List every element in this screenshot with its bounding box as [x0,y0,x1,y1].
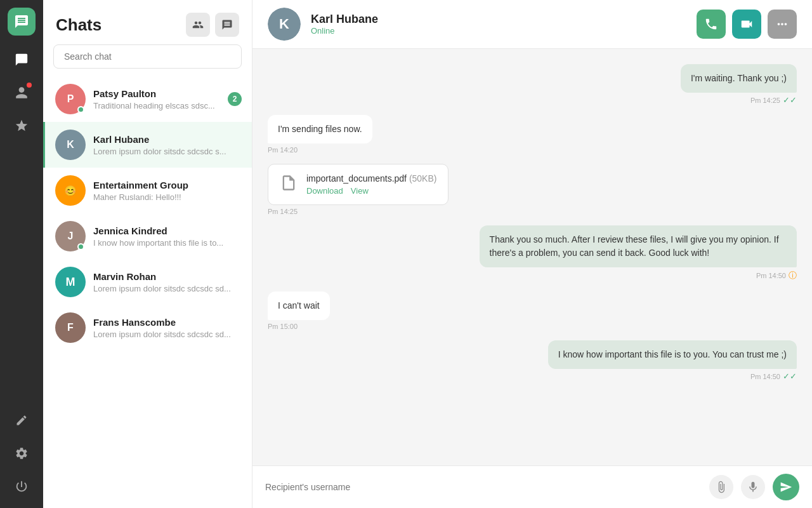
contact-name: Jennica Kindred [93,225,242,236]
contact-info: Entertainment Group Maher Ruslandi: Hell… [93,180,242,202]
message-row: Thank you so much. After I review these … [268,225,797,281]
file-name: important_documents.pdf (50KB) [306,173,436,184]
contact-preview: Lorem ipsum dolor sitsdc sdcsdc sd... [93,284,242,293]
chat-list-panel: Chats P [43,0,252,508]
view-link[interactable]: View [351,186,369,196]
sidebar-item-settings[interactable] [8,439,36,467]
contact-name: Frans Hanscombe [93,317,242,328]
unread-badge: 2 [228,92,242,106]
contact-name: Marvin Rohan [93,271,242,282]
sidebar-item-contacts[interactable] [8,79,36,107]
message-text: I know how important this file is to you… [558,349,787,359]
message-bubble: I'm waiting. Thank you ;) [681,64,797,93]
avatar-wrap: F [55,312,86,343]
avatar-wrap: 😊 [55,175,86,206]
contact-preview: Lorem ipsum dolor sitsdc sdcsdc sd... [93,330,242,339]
message-time: Pm 15:00 [268,323,298,330]
message-time: Pm 14:50 ⓘ [756,270,797,281]
avatar: K [55,130,86,160]
app-logo [8,8,36,36]
sidebar-item-chat[interactable] [8,46,36,74]
mic-button[interactable] [741,475,765,499]
search-box [53,44,242,69]
contact-preview: Lorem ipsum dolor sitsdc sdcsdc s... [93,147,242,156]
contact-name: Patsy Paulton [93,88,220,99]
message-row: I can't wait Pm 15:00 [268,291,797,330]
message-time: Pm 14:25 [268,208,298,215]
message-text: Thank you so much. After I review these … [490,234,779,258]
sidebar-item-logout[interactable] [8,472,36,500]
chat-header-info: Karl Hubane Online [311,13,686,36]
sidebar-nav [0,0,43,508]
avatar: M [55,267,86,297]
contact-info: Karl Hubane Lorem ipsum dolor sitsdc sdc… [93,134,242,156]
message-time: Pm 14:20 [268,146,298,154]
online-indicator [77,106,84,113]
chat-header: K Karl Hubane Online [252,0,812,49]
message-input-area [252,465,812,508]
chat-main: K Karl Hubane Online [252,0,812,508]
message-bubble: I know how important this file is to you… [548,340,797,369]
message-bubble: I can't wait [268,291,330,320]
message-row: I'm waiting. Thank you ;) Pm 14:25 ✓✓ [268,64,797,105]
group-button[interactable] [186,13,210,37]
contact-item-entertainment[interactable]: 😊 Entertainment Group Maher Ruslandi: He… [43,168,252,213]
contact-item-patsy[interactable]: P Patsy Paulton Traditional heading elsc… [43,76,252,122]
chat-header-name: Karl Hubane [311,13,686,26]
message-input[interactable] [265,482,702,492]
contact-preview: I know how important this file is to... [93,238,242,248]
file-actions: Download View [306,186,436,196]
avatar-wrap: M [55,267,86,297]
contact-preview: Maher Ruslandi: Hello!!! [93,192,242,202]
video-call-button[interactable] [732,10,761,39]
attach-button[interactable] [709,475,733,499]
warning-indicator: ⓘ [789,270,797,281]
contact-list: P Patsy Paulton Traditional heading elsc… [43,76,252,508]
message-text: I'm sending files now. [278,124,362,134]
more-options-button[interactable] [768,10,797,39]
message-bubble: I'm sending files now. [268,115,372,144]
message-row: I know how important this file is to you… [268,340,797,381]
sidebar-item-edit[interactable] [8,406,36,434]
new-chat-button[interactable] [215,13,239,37]
header-action-buttons [186,13,239,37]
chat-list-header: Chats [43,0,252,44]
message-row-file: important_documents.pdf (50KB) Download … [268,164,797,215]
chat-header-avatar: K [268,8,301,41]
file-attachment: important_documents.pdf (50KB) Download … [268,164,449,205]
chat-header-status: Online [311,26,686,36]
read-ticks: ✓✓ [783,371,797,381]
contact-name: Entertainment Group [93,180,242,190]
contact-info: Frans Hanscombe Lorem ipsum dolor sitsdc… [93,317,242,339]
search-input[interactable] [53,44,242,69]
send-button[interactable] [773,474,799,500]
contact-info: Jennica Kindred I know how important thi… [93,225,242,248]
contact-preview: Traditional heading elscas sdsc... [93,101,220,110]
file-info: important_documents.pdf (50KB) Download … [306,173,436,196]
message-time: Pm 14:50 ✓✓ [750,371,797,381]
download-link[interactable]: Download [306,186,343,196]
file-icon [280,174,298,196]
avatar-wrap: J [55,221,86,251]
online-indicator [77,243,84,250]
contact-item-jennica[interactable]: J Jennica Kindred I know how important t… [43,213,252,259]
chat-header-actions [697,10,797,39]
contact-item-frans[interactable]: F Frans Hanscombe Lorem ipsum dolor sits… [43,305,252,351]
avatar-wrap: K [55,130,86,160]
sidebar-item-favorites[interactable] [8,112,36,140]
contact-item-marvin[interactable]: M Marvin Rohan Lorem ipsum dolor sitsdc … [43,259,252,305]
avatar: F [55,312,86,343]
read-ticks: ✓✓ [783,95,797,105]
contacts-badge [27,83,32,88]
contact-name: Karl Hubane [93,134,242,145]
contact-info: Patsy Paulton Traditional heading elscas… [93,88,220,110]
avatar-wrap: P [55,84,86,114]
avatar: 😊 [55,175,86,206]
message-text: I'm waiting. Thank you ;) [691,73,787,83]
message-time: Pm 14:25 ✓✓ [750,95,797,105]
call-button[interactable] [697,10,726,39]
message-bubble: Thank you so much. After I review these … [480,225,797,267]
chats-title: Chats [56,15,102,35]
message-row: I'm sending files now. Pm 14:20 [268,115,797,154]
contact-item-karl[interactable]: K Karl Hubane Lorem ipsum dolor sitsdc s… [43,122,252,168]
